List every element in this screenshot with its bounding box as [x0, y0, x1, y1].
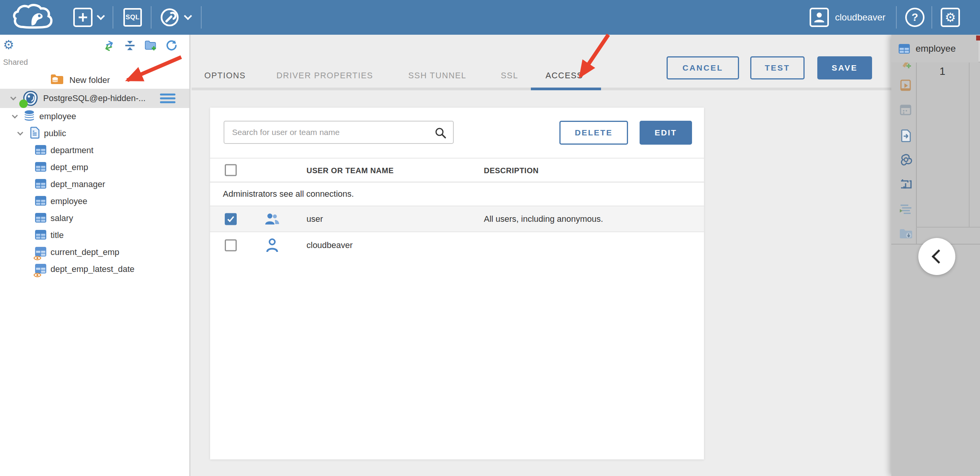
column-header-name: USER OR TEAM NAME [306, 166, 394, 175]
script-icon[interactable] [899, 79, 913, 93]
admin-info-row: Administrators see all connections. [210, 182, 704, 206]
tab-access[interactable]: ACCESS [546, 71, 583, 81]
chevron-down-icon[interactable] [11, 113, 19, 120]
search-icon[interactable] [434, 127, 447, 141]
chevron-down-icon[interactable] [9, 95, 17, 102]
toolbar-separator [113, 6, 113, 29]
sql-editor-button[interactable]: SQL [123, 0, 142, 35]
database-icon [23, 110, 35, 123]
help-icon: ? [905, 8, 924, 27]
row-checkbox-checked[interactable] [225, 213, 237, 225]
toolbar-separator [896, 6, 897, 29]
cancel-button[interactable]: CANCEL [667, 56, 739, 79]
help-button[interactable]: ? [905, 0, 924, 35]
format-frame-icon[interactable] [899, 177, 913, 191]
user-name-label: cloudbeaver [835, 12, 886, 23]
row-description: All users, including anonymous. [484, 214, 603, 224]
tree-item-schema-public[interactable]: public [0, 125, 189, 142]
tree-item-table[interactable]: department [0, 142, 189, 159]
search-field [224, 121, 454, 144]
tree-item-label: current_dept_emp [51, 247, 120, 257]
new-folder-icon[interactable] [145, 39, 157, 52]
delete-button[interactable]: DELETE [559, 121, 628, 145]
tree-item-label: salary [51, 213, 73, 223]
new-connection-button[interactable] [73, 0, 104, 35]
folder-database-icon [50, 73, 64, 87]
sync-with-editor-icon[interactable] [103, 39, 115, 52]
test-button[interactable]: TEST [750, 56, 805, 79]
grid-view-icon[interactable] [899, 103, 913, 117]
tree-item-table[interactable]: dept_emp [0, 159, 189, 176]
table-icon [35, 145, 47, 157]
tree-item-table[interactable]: employee [0, 193, 189, 210]
cloudbeaver-logo-icon [12, 3, 57, 32]
sql-icon: SQL [126, 14, 140, 21]
connection-status-dot [19, 100, 28, 108]
tree-item-view[interactable]: current_dept_emp [0, 244, 189, 261]
tab-ssh-tunnel[interactable]: SSH TUNNEL [408, 71, 466, 81]
tree-item-label: dept_emp [51, 162, 88, 172]
user-menu-button[interactable]: cloudbeaver [810, 0, 886, 35]
tree-item-label: dept_manager [51, 179, 105, 189]
collapse-all-icon[interactable] [124, 39, 136, 52]
column-header-description: DESCRIPTION [484, 166, 539, 175]
view-icon [35, 263, 47, 275]
export-data-icon[interactable] [899, 129, 913, 143]
save-button[interactable]: SAVE [817, 56, 872, 79]
tree-item-label: department [51, 145, 93, 155]
select-all-checkbox[interactable] [225, 164, 237, 176]
access-row-cloudbeaver[interactable]: cloudbeaver [210, 232, 704, 258]
tree-item-database-employee[interactable]: employee [0, 108, 189, 125]
tree-item-postgres-connection[interactable]: PostgreSQL@ep-hidden-... [0, 89, 189, 108]
tree-item-label: public [44, 128, 66, 138]
tab-ssl[interactable]: SSL [501, 71, 518, 81]
tree-item-table[interactable]: salary [0, 210, 189, 227]
tree-item-new-folder[interactable]: New folder [0, 72, 189, 89]
grid-row-divider [916, 227, 980, 228]
admin-info-text: Administrators see all connections. [223, 189, 354, 199]
grid-row-number: 1 [916, 66, 969, 78]
plus-icon [73, 8, 93, 27]
outline-list-icon[interactable] [899, 202, 913, 216]
chevron-down-icon[interactable] [16, 130, 24, 137]
row-checkbox[interactable] [225, 239, 237, 251]
tab-options[interactable]: OPTIONS [204, 71, 246, 81]
tree-item-view[interactable]: dept_emp_latest_date [0, 261, 189, 278]
table-icon [35, 179, 47, 191]
cloudbeaver-logo[interactable] [12, 0, 57, 35]
postgresql-icon [22, 90, 39, 106]
tree-item-label: title [51, 230, 64, 240]
table-icon [898, 44, 910, 54]
chevron-left-icon [932, 250, 946, 264]
save-to-folder-icon[interactable] [899, 227, 913, 241]
tab-label: employee [916, 43, 956, 54]
team-icon [264, 211, 281, 227]
user-account-icon [810, 8, 829, 27]
refresh-icon[interactable] [165, 39, 178, 52]
top-app-bar: SQL cloudbeaver ? ⚙ [0, 0, 980, 35]
settings-button[interactable]: ⚙ [941, 0, 960, 35]
search-input[interactable] [232, 122, 429, 143]
connection-menu-icon[interactable] [160, 92, 175, 105]
chevron-down-icon [97, 12, 105, 20]
toolbar-separator [931, 6, 932, 29]
tree-item-label: employee [51, 196, 87, 206]
database-navigator-tree: New folder PostgreSQL@ep-hidden-... [0, 72, 189, 278]
connection-edit-dialog: OPTIONS DRIVER PROPERTIES SSH TUNNEL SSL… [192, 35, 891, 476]
tab-employee-table[interactable]: employee [891, 35, 978, 62]
toolbar-separator [201, 6, 202, 29]
schema-icon [29, 127, 40, 140]
access-table-header: USER OR TEAM NAME DESCRIPTION [210, 158, 704, 182]
edit-button[interactable]: EDIT [640, 121, 692, 145]
row-name: user [306, 214, 323, 224]
tab-driver-properties[interactable]: DRIVER PROPERTIES [276, 71, 373, 81]
access-panel-card: DELETE EDIT USER OR TEAM NAME DESCRIPTIO… [210, 108, 704, 459]
decorative-red-mark [976, 35, 980, 41]
collapse-panel-button[interactable] [918, 238, 955, 275]
access-row-user[interactable]: user All users, including anonymous. [210, 206, 704, 232]
tree-item-table[interactable]: title [0, 227, 189, 244]
tree-item-table[interactable]: dept_manager [0, 176, 189, 193]
driver-manager-button[interactable] [160, 0, 191, 35]
ai-assistant-icon[interactable] [899, 153, 913, 167]
sidebar-settings-icon[interactable]: ⚙ [3, 39, 14, 51]
